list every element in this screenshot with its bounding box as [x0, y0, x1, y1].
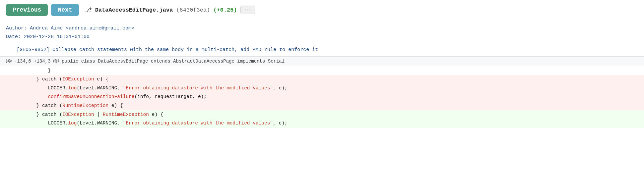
toolbar: Previous Next ⎇ DataAccessEditPage.java …: [0, 0, 644, 20]
score-badge: (+0.25): [213, 7, 237, 13]
diff-line: confirmSaveOnConnectionFailure(info, req…: [0, 92, 644, 101]
diff-line: } catch (IOException | RuntimeException …: [0, 110, 644, 119]
author-line: Author: Andrea Aime <andrea.aime@gmail.c…: [6, 24, 638, 33]
commit-message: [GEOS-9852] Collapse catch statements wi…: [0, 44, 644, 56]
diff-line: LOGGER.log(Level.WARNING, "Error obtaini…: [0, 84, 644, 93]
diff-line: } catch (RuntimeException e) {: [0, 101, 644, 110]
git-icon: ⎇: [84, 6, 92, 14]
diff-line: }: [0, 66, 644, 75]
meta-section: Author: Andrea Aime <andrea.aime@gmail.c…: [0, 20, 644, 44]
date-line: Date: 2020-12-28 16:31+01:00: [6, 33, 638, 41]
diff-line: LOGGER.log(Level.WARNING, "Error obtaini…: [0, 119, 644, 128]
more-button[interactable]: ···: [240, 6, 255, 14]
commit-hash: (6430f3ea): [176, 7, 210, 13]
previous-button[interactable]: Previous: [6, 4, 48, 16]
filename: DataAccessEditPage.java: [95, 7, 173, 13]
diff-body: } } catch (IOException e) { LOGGER.log(L…: [0, 66, 644, 128]
file-info: DataAccessEditPage.java (6430f3ea) (+0.2…: [95, 6, 255, 14]
next-button[interactable]: Next: [51, 4, 79, 16]
diff-line: } catch (IOException e) {: [0, 75, 644, 84]
diff-header: @@ -134,6 +134,3 @@ public class DataAcc…: [0, 56, 644, 66]
